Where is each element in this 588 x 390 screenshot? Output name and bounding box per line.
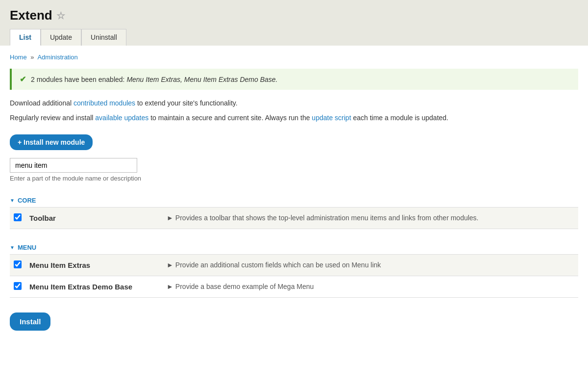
collapse-core-icon: ▼	[10, 198, 15, 203]
search-hint: Enter a part of the module name or descr…	[10, 175, 578, 182]
section-menu-header[interactable]: ▼ MENU	[10, 239, 578, 254]
table-row: Menu Item Extras Demo Base ►Provide a ba…	[10, 276, 578, 297]
module-desc-menu-item-extras: ►Provide an additional custom fields whi…	[163, 254, 578, 276]
module-name-toolbar: Toolbar	[25, 207, 163, 229]
toolbar-checkbox[interactable]	[14, 213, 22, 221]
breadcrumb-administration[interactable]: Administration	[37, 53, 77, 61]
module-checkbox-cell	[10, 207, 25, 229]
contributed-modules-link[interactable]: contributed modules	[74, 99, 135, 107]
collapse-menu-icon: ▼	[10, 245, 15, 250]
module-checkbox-cell	[10, 276, 25, 297]
menu-item-extras-demo-checkbox[interactable]	[14, 282, 22, 290]
breadcrumb-home[interactable]: Home	[10, 53, 27, 61]
install-new-module-button[interactable]: + Install new module	[10, 134, 93, 150]
status-text: 2 modules have been enabled: Menu Item E…	[31, 76, 277, 83]
available-updates-link[interactable]: available updates	[95, 114, 148, 122]
section-core-header[interactable]: ▼ CORE	[10, 192, 578, 207]
status-message: ✔ 2 modules have been enabled: Menu Item…	[10, 69, 578, 90]
section-menu-label: MENU	[18, 244, 36, 251]
table-row: Toolbar ►Provides a toolbar that shows t…	[10, 207, 578, 229]
tab-update[interactable]: Update	[41, 29, 81, 46]
page-title-text: Extend	[10, 8, 52, 23]
install-button[interactable]: Install	[10, 312, 50, 331]
tab-list[interactable]: List	[10, 29, 41, 46]
breadcrumb: Home » Administration	[10, 53, 578, 61]
description-line1: Download additional contributed modules …	[10, 98, 578, 108]
update-script-link[interactable]: update script	[312, 114, 351, 122]
module-desc-toolbar: ►Provides a toolbar that shows the top-l…	[163, 207, 578, 229]
menu-item-extras-checkbox[interactable]	[14, 260, 22, 268]
module-name-menu-item-extras-demo: Menu Item Extras Demo Base	[25, 276, 163, 297]
check-icon: ✔	[20, 75, 26, 84]
menu-module-table: Menu Item Extras ►Provide an additional …	[10, 254, 578, 298]
table-row: Menu Item Extras ►Provide an additional …	[10, 254, 578, 276]
tab-uninstall[interactable]: Uninstall	[81, 29, 126, 46]
module-name-menu-item-extras: Menu Item Extras	[25, 254, 163, 276]
page-title: Extend ☆	[10, 8, 578, 23]
breadcrumb-separator: »	[30, 53, 34, 61]
core-module-table: Toolbar ►Provides a toolbar that shows t…	[10, 207, 578, 229]
status-modules: Menu Item Extras, Menu Item Extras Demo …	[126, 76, 277, 83]
favorite-icon[interactable]: ☆	[56, 10, 65, 22]
tab-bar: List Update Uninstall	[10, 29, 578, 46]
module-desc-menu-item-extras-demo: ►Provide a base demo example of Mega Men…	[163, 276, 578, 297]
module-checkbox-cell	[10, 254, 25, 276]
section-core-label: CORE	[18, 197, 36, 204]
search-input[interactable]	[10, 158, 137, 173]
description-line2: Regularly review and install available u…	[10, 112, 578, 123]
